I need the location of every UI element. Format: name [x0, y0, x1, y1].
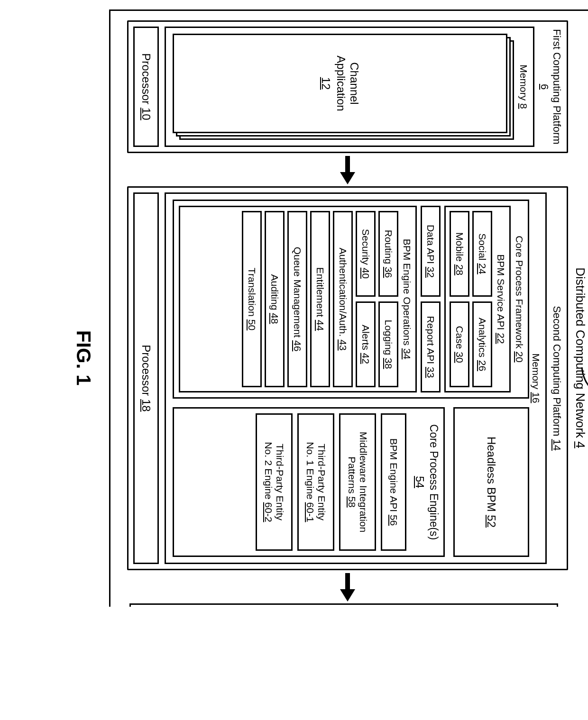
memory-columns: Core Process Framework 20 BPM Service AP… — [173, 200, 529, 557]
bpm-engine-operations: BPM Engine Operations 34 Routing 36 Logg… — [179, 206, 417, 392]
api-item-analytics: Analytics 26 — [472, 301, 492, 387]
second-computing-platform: Second Computing Platform 14 Memory 16 C… — [127, 186, 568, 570]
main-row: First Computing Platform 6 Memory 8 Chan… — [127, 20, 568, 607]
right-column: Headless BPM 52 Core Process Engine(s) 5… — [173, 407, 529, 557]
bpm-service-stack: Business Process Management (BPM) Servic… — [129, 603, 566, 607]
platform2-memory-title: Memory 16 — [530, 200, 542, 557]
platform2-title: Second Computing Platform 14 — [551, 192, 563, 564]
platform1-title: First Computing Platform 6 — [538, 27, 563, 147]
ops-logging: Logging 38 — [378, 301, 398, 387]
arrow-icon — [127, 570, 568, 603]
api-item-mobile: Mobile 28 — [450, 211, 469, 297]
ops-translation: Translation 50 — [242, 211, 262, 387]
platform2-memory: Memory 16 Core Process Framework 20 — [165, 192, 547, 564]
api-item-case: Case 30 — [450, 301, 469, 387]
engine-middleware: Middleware Integration Patterns 58 — [339, 413, 376, 551]
callout-curve — [581, 366, 588, 395]
framework-title: Core Process Framework 20 — [514, 206, 525, 392]
data-api: Data API 32 — [421, 206, 441, 297]
report-api: Report API 33 — [421, 301, 441, 392]
channel-app-text: Channel Application — [334, 55, 361, 111]
platform1-ref: 6 — [539, 84, 551, 90]
engine-third-party-2: Third-Party Entity No. 2 Engine 60-2 — [256, 413, 293, 551]
ops-queue: Queue Management 46 — [287, 211, 307, 387]
platform1-title-text: First Computing Platform — [551, 29, 563, 144]
first-computing-platform: First Computing Platform 6 Memory 8 Chan… — [127, 20, 568, 153]
core-process-engines: Core Process Engine(s) 54 BPM Engine API… — [173, 407, 445, 557]
bpm-service: Business Process Management (BPM) Servic… — [129, 603, 558, 607]
ops-alerts: Alerts 42 — [356, 301, 376, 387]
figure-caption: FIG. 1 — [72, 9, 95, 607]
platform1-processor: Processor 10 — [133, 27, 159, 147]
bpm-service-api: BPM Service API 22 Social 24 Analytics 2… — [444, 206, 511, 392]
network-title-text: Distributed Computing Network — [573, 267, 588, 438]
api-item-social: Social 24 — [472, 211, 492, 297]
network-ref: 4 — [573, 441, 588, 448]
network-title: Distributed Computing Network 4 — [573, 20, 588, 607]
channel-application: Channel Application 12 — [173, 34, 507, 133]
channel-app-ref: 12 — [319, 55, 332, 111]
channel-app-stack: Channel Application 12 — [173, 34, 514, 140]
headless-bpm: Headless BPM 52 — [453, 407, 529, 557]
svg-marker-1 — [340, 172, 355, 184]
ops-entitlement: Entitlement 44 — [310, 211, 330, 387]
platform1-memory: Memory 8 Channel Application 12 — [165, 27, 534, 147]
platform2-processor: Processor 18 — [133, 192, 159, 564]
engine-third-party-1: Third-Party Entity No. 1 Engine 60-1 — [297, 413, 334, 551]
arrow-icon — [127, 153, 568, 186]
network-container: 2 Distributed Computing Network 4 First … — [109, 9, 588, 607]
ops-security: Security 40 — [356, 211, 376, 297]
ops-auditing: Auditing 48 — [265, 211, 285, 387]
engine-bpm-api: BPM Engine API 56 — [381, 413, 406, 551]
ops-routing: Routing 36 — [378, 211, 398, 297]
ops-auth: Authentication/Auth. 43 — [333, 211, 353, 387]
platform1-memory-title: Memory 8 — [518, 34, 529, 140]
core-process-framework: Core Process Framework 20 BPM Service AP… — [173, 200, 529, 399]
svg-marker-3 — [340, 589, 355, 602]
